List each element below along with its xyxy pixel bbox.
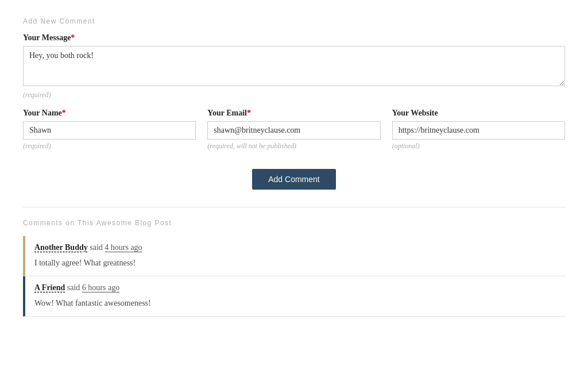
comment-said-1: said xyxy=(90,243,105,252)
comment-author-line-1: Another Buddy said 4 hours ago xyxy=(34,243,556,252)
comment-author-1: Another Buddy xyxy=(34,243,88,252)
name-label: Your Name* xyxy=(23,109,196,118)
section-divider xyxy=(23,207,565,207)
add-comment-section-title: Add New Comment xyxy=(23,17,565,25)
message-textarea[interactable]: Hey, you both rock! xyxy=(23,46,565,86)
email-hint: (required, will not be published) xyxy=(207,142,380,151)
message-hint: (required) xyxy=(23,91,565,99)
fields-row: Your Name* (required) Your Email* (requi… xyxy=(23,109,565,160)
message-label: Your Message* xyxy=(23,33,565,43)
website-hint: (optional) xyxy=(392,142,565,151)
website-field-col: Your Website (optional) xyxy=(392,109,565,160)
message-required-star: * xyxy=(71,33,75,42)
name-field-col: Your Name* (required) xyxy=(23,109,196,160)
comment-block-2: A Friend said 6 hours ago Wow! What fant… xyxy=(23,276,565,317)
email-input[interactable] xyxy=(207,121,380,140)
comment-said-2: said xyxy=(67,283,82,292)
comment-text-2: Wow! What fantastic awesomeness! xyxy=(34,297,556,309)
comment-time-1: 4 hours ago xyxy=(105,243,142,252)
add-comment-button[interactable]: Add Comment xyxy=(252,169,335,190)
email-label: Your Email* xyxy=(207,109,380,118)
comment-author-2: A Friend xyxy=(34,283,65,292)
name-required-star: * xyxy=(62,109,66,117)
name-input[interactable] xyxy=(23,121,196,140)
comment-author-line-2: A Friend said 6 hours ago xyxy=(34,283,556,292)
message-field-group: Your Message* Hey, you both rock! (requi… xyxy=(23,33,565,99)
comment-text-1: I totally agree! What greatness! xyxy=(34,257,556,269)
email-field-col: Your Email* (required, will not be publi… xyxy=(207,109,380,160)
name-hint: (required) xyxy=(23,142,196,151)
comment-time-2: 6 hours ago xyxy=(82,283,119,292)
comment-block-1: Another Buddy said 4 hours ago I totally… xyxy=(23,236,565,276)
comments-section-title: Comments on This Awesome Blog Post xyxy=(23,219,565,227)
email-required-star: * xyxy=(247,109,251,117)
submit-row: Add Comment xyxy=(23,169,565,190)
website-input[interactable] xyxy=(392,121,565,140)
website-label: Your Website xyxy=(392,109,565,118)
